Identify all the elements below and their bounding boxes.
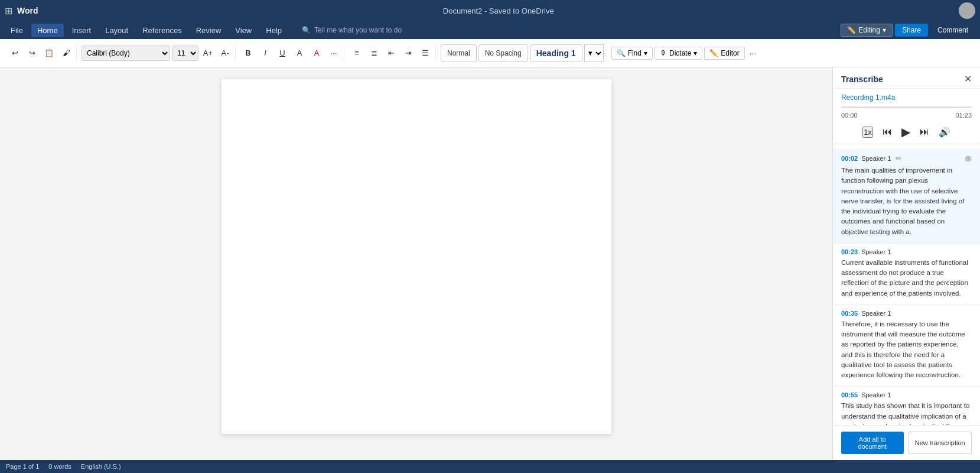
audio-controls: 1x ⏮ ▶ ⏭ 🔊 <box>833 120 980 144</box>
entry-speaker: Speaker 1 <box>861 310 891 317</box>
menu-item-references[interactable]: References <box>136 24 187 37</box>
main-area: Transcribe ✕ Recording 1.m4a 00:00 01:23… <box>0 67 980 460</box>
entry-time[interactable]: 00:23 <box>841 248 858 255</box>
font-size-selector[interactable]: 11 <box>172 46 198 61</box>
transcript-entry: 00:55Speaker 1This study has shown that … <box>833 387 980 425</box>
entry-speaker: Speaker 1 <box>861 248 891 255</box>
increase-font-button[interactable]: A+ <box>200 46 216 61</box>
bullet-list-button[interactable]: ≡ <box>349 46 364 61</box>
decrease-font-button[interactable]: A- <box>217 46 233 61</box>
mic-icon: 🎙 <box>660 49 667 57</box>
tell-me-label: Tell me what you want to do <box>314 26 402 34</box>
font-group: Calibri (Body) 11 A+ A- <box>79 46 236 61</box>
underline-button[interactable]: U <box>275 46 290 61</box>
find-label: Find <box>628 49 642 57</box>
more-options-button[interactable]: ··· <box>747 46 760 60</box>
pencil-icon: ✏️ <box>847 26 856 34</box>
font-name-selector[interactable]: Calibri (Body) <box>82 46 170 61</box>
transcript-entry: 00:02Speaker 1✏⊕The main qualities of im… <box>833 149 980 244</box>
dictate-label: Dictate <box>669 49 691 57</box>
word-count: 0 words <box>48 463 71 470</box>
clipboard-button[interactable]: 📋 <box>41 46 57 61</box>
entry-header: 00:35Speaker 1 <box>841 310 972 317</box>
search-icon: 🔍 <box>617 49 626 57</box>
entry-speaker: Speaker 1 <box>861 391 891 399</box>
indent-button[interactable]: ⇥ <box>401 46 416 61</box>
entry-text: The main qualities of improvement in fun… <box>841 166 972 237</box>
entry-header: 00:23Speaker 1 <box>841 248 972 255</box>
editor-label: Editor <box>721 49 739 57</box>
comment-button[interactable]: Comment <box>930 24 975 37</box>
styles-group: Normal No Spacing Heading 1 ▾ <box>438 44 607 62</box>
transcript-entry: 00:23Speaker 1Current available instrume… <box>833 244 980 305</box>
pen-icon: ✏️ <box>709 49 718 57</box>
alignment-button[interactable]: ☰ <box>418 46 433 61</box>
numbered-list-button[interactable]: ≣ <box>366 46 382 61</box>
outdent-button[interactable]: ⇤ <box>383 46 399 61</box>
transcribe-close-button[interactable]: ✕ <box>964 73 972 85</box>
titlebar: ⊞ Word Document2 - Saved to OneDrive <box>0 0 980 21</box>
font-color-button[interactable]: A <box>309 46 324 61</box>
progress-bar-background <box>841 106 972 108</box>
style-dropdown[interactable]: ▾ <box>584 44 604 62</box>
recording-label[interactable]: Recording 1.m4a <box>833 89 980 104</box>
menubar: File Home Insert Layout References Revie… <box>0 21 980 39</box>
progress-bar-container[interactable] <box>833 104 980 111</box>
menu-item-layout[interactable]: Layout <box>99 24 134 37</box>
entry-speaker: Speaker 1 <box>861 155 891 162</box>
style-no-spacing-button[interactable]: No Spacing <box>478 44 528 62</box>
chevron-down-icon: ▾ <box>883 26 886 34</box>
style-normal-button[interactable]: Normal <box>441 44 477 62</box>
more-text-format-button[interactable]: ··· <box>326 46 341 61</box>
entry-text: Current available instruments of functio… <box>841 258 972 299</box>
editing-button[interactable]: ✏️ Editing ▾ <box>841 24 893 37</box>
find-button[interactable]: 🔍 Find ▾ <box>611 47 653 60</box>
redo-button[interactable]: ↪ <box>24 46 40 61</box>
menu-item-file[interactable]: File <box>5 24 29 37</box>
highlight-button[interactable]: A <box>292 46 307 61</box>
dictate-button[interactable]: 🎙 Dictate ▾ <box>655 47 702 60</box>
share-button[interactable]: Share <box>895 24 928 37</box>
skip-back-button[interactable]: ⏮ <box>883 127 892 137</box>
document-area[interactable] <box>0 67 832 460</box>
undo-button[interactable]: ↩ <box>7 46 22 61</box>
entry-header: 00:02Speaker 1✏⊕ <box>841 154 972 163</box>
user-avatar[interactable] <box>959 2 975 19</box>
skip-forward-button[interactable]: ⏭ <box>920 127 929 137</box>
tools-group: 🔍 Find ▾ 🎙 Dictate ▾ ✏️ Editor ··· <box>609 46 762 60</box>
entry-text: Therefore, it is necessary to use the in… <box>841 319 972 381</box>
format-painter-button[interactable]: 🖌 <box>58 46 74 61</box>
list-group: ≡ ≣ ⇤ ⇥ ☰ <box>347 46 436 61</box>
volume-button[interactable]: 🔊 <box>939 127 950 138</box>
transcript-list: 00:02Speaker 1✏⊕The main qualities of im… <box>833 144 980 425</box>
entry-time[interactable]: 00:55 <box>841 391 858 399</box>
doc-title: Document2 - Saved to OneDrive <box>43 7 954 15</box>
add-to-doc-icon[interactable]: ⊕ <box>965 154 972 163</box>
transcribe-panel: Transcribe ✕ Recording 1.m4a 00:00 01:23… <box>832 67 980 460</box>
menu-item-review[interactable]: Review <box>190 24 227 37</box>
tell-me-input[interactable]: 🔍 Tell me what you want to do <box>302 26 402 34</box>
edit-speaker-icon[interactable]: ✏ <box>896 154 901 163</box>
play-button[interactable]: ▶ <box>901 125 910 139</box>
search-icon: 🔍 <box>302 26 311 34</box>
speed-button[interactable]: 1x <box>862 127 873 138</box>
menu-item-insert[interactable]: Insert <box>66 24 97 37</box>
entry-text: This study has shown that it is importan… <box>841 401 972 425</box>
document-page[interactable] <box>222 79 611 434</box>
transcribe-footer: Add all to document New transcription <box>833 425 980 460</box>
new-transcription-button[interactable]: New transcription <box>909 432 972 454</box>
editor-button[interactable]: ✏️ Editor <box>704 47 744 60</box>
menu-item-view[interactable]: View <box>229 24 258 37</box>
add-all-to-document-button[interactable]: Add all to document <box>841 432 904 454</box>
total-time: 01:23 <box>955 112 972 119</box>
italic-button[interactable]: I <box>258 46 273 61</box>
current-time: 00:00 <box>841 112 858 119</box>
style-heading1-button[interactable]: Heading 1 <box>530 44 582 62</box>
windows-grid-icon[interactable]: ⊞ <box>5 5 12 17</box>
entry-time[interactable]: 00:35 <box>841 310 858 317</box>
menu-item-help[interactable]: Help <box>260 24 288 37</box>
chevron-down-icon: ▾ <box>644 49 647 57</box>
menu-item-home[interactable]: Home <box>31 24 64 37</box>
bold-button[interactable]: B <box>240 46 256 61</box>
entry-time[interactable]: 00:02 <box>841 155 858 162</box>
